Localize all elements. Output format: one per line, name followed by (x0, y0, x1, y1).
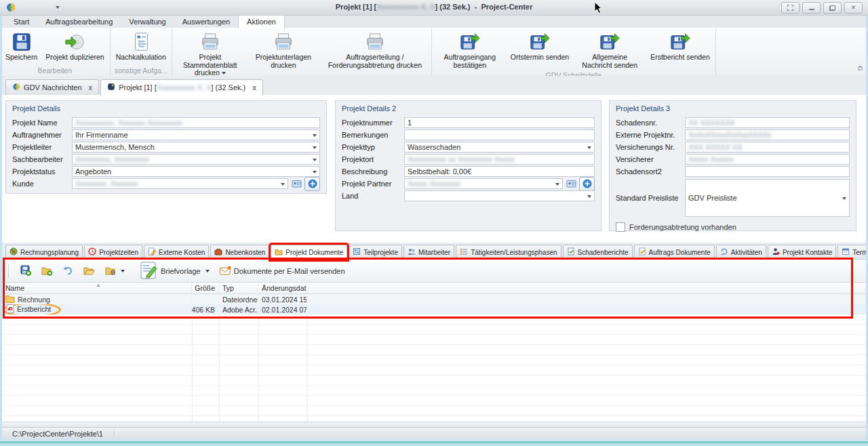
projekttyp-select[interactable]: Wasserschaden (404, 142, 595, 153)
dropdown-arrow-icon (205, 270, 210, 272)
toolbar-grip[interactable] (8, 264, 11, 278)
calendar-icon (842, 247, 850, 257)
ribbon-tab-start[interactable]: Start (5, 16, 37, 28)
nachkalkulation-button[interactable]: Nachkalkulation (113, 29, 170, 63)
tab-taetigkeiten[interactable]: Tätigkeiten/Leistungsphasen (456, 245, 561, 259)
ribbon-group-druck: Projekt Stammdatenblatt drucken Projektu… (172, 28, 432, 76)
folder-icon (275, 247, 283, 257)
doc-tab-projekt[interactable]: Projekt [1] [Xxxxxxxxxx X, X] (32 Sek.) … (100, 79, 263, 96)
ribbon-group-sonstige: Nachkalkulation sonstige Aufga... (111, 28, 172, 76)
field-schadensort2: Schadensort2 (616, 166, 850, 177)
allgemeine-nachricht-senden-button[interactable]: Allgemeine Nachricht senden (574, 29, 646, 70)
open-folder-button[interactable] (81, 264, 97, 278)
doc-tab-gdv-nachrichten[interactable]: GDV Nachrichten x (5, 79, 99, 95)
contact-card-icon[interactable] (292, 179, 302, 188)
close-button[interactable]: ✕ (844, 2, 863, 14)
tab-rechnungsplanung[interactable]: Rechnungsplanung (5, 245, 83, 259)
projektnummer-input[interactable]: 1 (404, 117, 595, 128)
versicherer-input[interactable]: Xxxxx Xxxxxx (685, 154, 850, 165)
dropdown-arrow-icon (222, 72, 226, 75)
ribbon-tab-auswertungen[interactable]: Auswertungen (174, 16, 238, 28)
standard-preisliste-select[interactable]: GDV Preisliste (685, 179, 850, 217)
externe-projektnr-input[interactable]: XxXxXXxxxXxXxxXXXXx (685, 129, 850, 140)
speichern-button[interactable]: Speichern (2, 29, 41, 63)
tab-termine[interactable]: Termine (837, 245, 868, 259)
auftragseingang-bestaetigen-button[interactable]: Auftragseingang bestätigen (434, 29, 506, 70)
field-projektnummer: Projektnummer 1 (342, 117, 595, 128)
add-partner-button[interactable] (579, 177, 595, 191)
email-documents-button[interactable]: Dokumente per E-Mail versenden (218, 264, 347, 278)
projektort-input[interactable]: Xxxxxxxxxx xx Xxxxxxxxx Xxxxx (404, 154, 595, 165)
projektunterlagen-drucken-button[interactable]: Projektunterlagen drucken (248, 29, 319, 70)
projekt-name-input[interactable]: Xxxxxxxxxx, Xxxxxxx Xxxxxxxxx (72, 117, 320, 128)
briefvorlage-button[interactable]: Briefvorlage (138, 260, 212, 282)
folder-settings-button[interactable] (103, 264, 127, 278)
import-document-button[interactable] (39, 264, 54, 279)
schadensnr-input[interactable]: XX XXXXXXX (685, 117, 850, 128)
column-header-size[interactable]: Größe (192, 283, 219, 293)
gdv-logo-icon (12, 83, 20, 92)
versicherungs-nr-input[interactable]: XXX XXXXX XX (685, 142, 850, 153)
minimize-button[interactable] (802, 2, 821, 14)
chevron-down-icon (587, 195, 591, 198)
ribbon-tab-verwaltung[interactable]: Verwaltung (121, 16, 174, 28)
projekt-partner-select[interactable]: Xxxxx Xxxxxxxx (404, 178, 563, 189)
tab-schadenberichte[interactable]: Schadenberichte (563, 245, 633, 259)
restore-button[interactable] (823, 2, 842, 14)
ribbon-group-bearbeiten: Speichern Projekt duplizieren Bearbeiten (0, 28, 111, 76)
undo-button[interactable] (60, 264, 75, 278)
tab-teilprojekte[interactable]: Teilprojekte (349, 245, 402, 259)
tab-projekt-kontakte[interactable]: Projekt Kontakte (768, 245, 836, 259)
sachbearbeiter-select[interactable]: Xxxxxxxxx, Xxxxxxxxx (72, 154, 320, 165)
printer-icon (365, 31, 385, 53)
auftragnehmer-select[interactable]: Ihr Firmenname (72, 129, 320, 140)
land-select[interactable] (404, 190, 595, 201)
add-kunde-button[interactable] (304, 177, 320, 191)
close-tab-icon[interactable]: x (89, 84, 93, 92)
send-disk-icon (459, 31, 481, 53)
bemerkungen-input[interactable] (404, 129, 595, 140)
collapse-ribbon-icon[interactable] (856, 64, 864, 72)
damage-report-icon (567, 247, 575, 257)
ribbon-tab-aktionen[interactable]: Aktionen (238, 15, 285, 28)
tab-projekt-dokumente[interactable]: Projekt Dokumente (271, 245, 347, 260)
subprojects-icon (353, 247, 361, 257)
file-row-rechnung[interactable]: Rechnung Dateiordner 03.01.2024 15... (2, 294, 866, 304)
tab-nebenkosten[interactable]: Nebenkosten (210, 245, 269, 259)
ribbon-tab-auftragsbearbeitung[interactable]: Auftragsbearbeitung (37, 16, 121, 28)
schadensort2-input[interactable] (685, 166, 850, 177)
close-tab-icon[interactable]: x (252, 84, 256, 92)
tab-aktivitaeten[interactable]: Aktivitäten (716, 245, 766, 259)
tab-externe-kosten[interactable]: Externe Kosten (144, 245, 209, 259)
chevron-down-icon (587, 146, 591, 149)
forderungsabtretung-checkbox[interactable] (616, 222, 625, 232)
ortstermin-senden-button[interactable]: Ortstermin senden (507, 29, 572, 63)
contact-card-icon[interactable] (566, 179, 576, 188)
chevron-down-icon (313, 159, 317, 161)
tab-auftrags-dokumente[interactable]: Auftrags Dokumente (634, 245, 715, 259)
column-header-type[interactable]: Typ (219, 283, 258, 293)
projektleiter-select[interactable]: Mustermensch, Mensch (72, 142, 320, 153)
column-header-name[interactable]: Name▲ (2, 283, 192, 293)
save-document-button[interactable] (18, 264, 33, 279)
annotation-ellipse: Erstbericht (3, 304, 61, 315)
empty-list-area (2, 315, 866, 422)
pdf-file-icon (6, 304, 14, 315)
erstbericht-senden-button[interactable]: Erstbericht senden (647, 29, 713, 63)
send-disk-icon (529, 31, 551, 53)
field-versicherer: Versicherer Xxxxx Xxxxxx (616, 154, 850, 165)
projekt-duplizieren-button[interactable]: Projekt duplizieren (42, 29, 107, 63)
beschreibung-input[interactable]: Selbstbehalt: 0,00€ (404, 166, 595, 177)
file-row-erstbericht[interactable]: Erstbericht 406 KB Adobe Acr... 02.01.20… (2, 304, 866, 315)
resize-strip (2, 422, 866, 427)
group-label-bearbeiten: Bearbeiten (2, 66, 108, 76)
project-icon (107, 83, 115, 92)
tab-mitarbeiter[interactable]: Mitarbeiter (403, 245, 454, 259)
tab-projektzeiten[interactable]: Projektzeiten (84, 245, 142, 259)
kunde-select[interactable]: Xxxxxxxx, Xxxxxxx (72, 178, 288, 189)
fit-window-button[interactable] (781, 2, 800, 14)
stammdatenblatt-drucken-button[interactable]: Projekt Stammdatenblatt drucken (174, 29, 246, 79)
auftragserteilung-drucken-button[interactable]: Auftragserteilung / Forderungsabtretung … (321, 29, 429, 70)
column-header-modified[interactable]: Änderungsdat... (258, 283, 307, 293)
projektstatus-select[interactable]: Angeboten (72, 166, 320, 177)
